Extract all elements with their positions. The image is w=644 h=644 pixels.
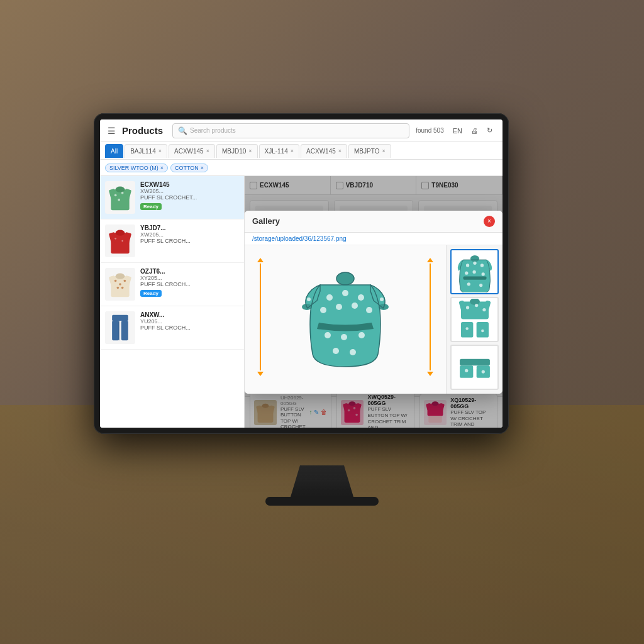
svg-point-100	[482, 308, 486, 311]
tab-close-icon[interactable]: ×	[206, 148, 209, 154]
svg-point-80	[350, 349, 356, 355]
product-code: OZJT6...	[140, 268, 239, 275]
svg-point-73	[336, 304, 342, 310]
svg-rect-22	[112, 315, 128, 321]
tab-acxw145[interactable]: ACXW145 ×	[169, 144, 215, 158]
svg-point-77	[341, 334, 347, 340]
svg-point-4	[114, 194, 117, 197]
tab-close-icon[interactable]: ×	[382, 148, 385, 154]
svg-point-18	[119, 283, 121, 286]
svg-point-71	[358, 294, 364, 301]
header-actions: EN 🖨 ↻	[450, 125, 495, 136]
product-name: PUFF SL CROCH...	[140, 325, 239, 332]
tab-xjl114[interactable]: XJL-114 ×	[259, 144, 300, 158]
thumbnail-item[interactable]	[450, 297, 499, 342]
product-thumbnail	[105, 181, 135, 214]
product-info: OZJT6... XY205... PUFF SL CROCH... Ready	[140, 268, 239, 297]
thumbnail-item[interactable]	[450, 249, 499, 294]
svg-point-82	[380, 297, 384, 301]
filter-silver[interactable]: SILVER WTOO (M) ×	[105, 164, 168, 172]
product-thumbnail	[105, 268, 135, 301]
monitor-stand	[291, 465, 353, 497]
svg-point-69	[326, 294, 333, 301]
gallery-thumbnails	[446, 245, 502, 394]
gallery-overlay: Gallery × /storage/uploaded/36/123567.pn…	[245, 176, 502, 428]
list-item[interactable]: ANXW... YU205... PUFF SL CROCH...	[100, 306, 244, 350]
product-info: ANXW... YU205... PUFF SL CROCH...	[140, 311, 239, 332]
svg-point-17	[114, 280, 117, 282]
refresh-button[interactable]: ↻	[484, 125, 495, 136]
search-icon: 🔍	[178, 126, 187, 135]
svg-point-72	[320, 307, 326, 313]
screen: ☰ Products 🔍 Search products found 503 E…	[100, 119, 502, 428]
tab-close-icon[interactable]: ×	[248, 148, 252, 154]
svg-rect-23	[112, 321, 119, 340]
search-box[interactable]: 🔍 Search products	[172, 123, 409, 138]
measure-arrow-right	[427, 258, 433, 377]
svg-point-6	[118, 199, 120, 201]
filter-remove-icon[interactable]: ×	[201, 165, 204, 171]
list-item[interactable]: OZJT6... XY205... PUFF SL CROCH... Ready	[100, 263, 244, 306]
tab-all[interactable]: All	[105, 144, 123, 158]
header: ☰ Products 🔍 Search products found 503 E…	[100, 119, 502, 142]
main-content: ECXW145 XW205... PUFF SL CROCHET... Read…	[100, 176, 502, 428]
search-placeholder: Search products	[190, 127, 236, 134]
svg-point-109	[481, 370, 484, 373]
tabs-row: All BAJL114 × ACXW145 × MBJD10 ×	[100, 142, 502, 160]
product-badge: Ready	[140, 290, 162, 297]
svg-rect-91	[463, 276, 486, 279]
svg-point-76	[325, 332, 331, 338]
svg-point-93	[479, 283, 482, 286]
list-item[interactable]: YBJD7... XW205... PUFF SL CROCH...	[100, 219, 244, 263]
product-info: ECXW145 XW205... PUFF SL CROCHET... Read…	[140, 181, 239, 210]
svg-point-74	[352, 303, 358, 309]
gallery-modal: Gallery × /storage/uploaded/36/123567.pn…	[245, 211, 502, 394]
product-info: YBJD7... XW205... PUFF SL CROCH...	[140, 225, 239, 245]
monitor-base	[265, 497, 379, 506]
svg-point-78	[358, 332, 365, 338]
svg-point-1	[116, 187, 125, 192]
measure-arrow-left	[257, 258, 264, 377]
tab-close-icon[interactable]: ×	[291, 148, 294, 154]
filter-remove-icon[interactable]: ×	[160, 165, 164, 171]
tab-close-icon[interactable]: ×	[158, 148, 162, 154]
filter-cotton[interactable]: COTTON ×	[170, 164, 208, 172]
svg-point-19	[124, 280, 126, 282]
svg-point-88	[465, 271, 468, 274]
product-code: YBJD7...	[140, 225, 239, 231]
thumbnail-item[interactable]	[450, 345, 499, 390]
svg-point-85	[465, 264, 469, 267]
menu-icon[interactable]: ☰	[108, 126, 116, 136]
svg-point-103	[465, 327, 468, 330]
svg-rect-24	[121, 321, 128, 340]
svg-point-104	[481, 329, 484, 331]
product-id: XW205...	[140, 231, 239, 238]
gallery-path: /storage/uploaded/36/123567.png	[245, 233, 502, 245]
tab-mbjpto[interactable]: MBJPTO ×	[348, 144, 391, 158]
svg-point-99	[475, 303, 478, 306]
gallery-main-image	[245, 245, 446, 394]
product-name: PUFF SL CROCHET...	[140, 194, 239, 202]
tab-mbjd10[interactable]: MBJD10 ×	[216, 144, 258, 158]
tab-bajl114[interactable]: BAJL114 ×	[125, 144, 167, 158]
filter-row: SILVER WTOO (M) × COTTON ×	[100, 160, 502, 176]
product-code: ECXW145	[140, 181, 239, 188]
svg-point-87	[480, 264, 483, 267]
product-id: YU205...	[140, 318, 239, 325]
svg-point-75	[366, 307, 372, 313]
svg-point-21	[121, 287, 124, 289]
lang-button[interactable]: EN	[450, 126, 465, 136]
svg-point-70	[342, 290, 348, 296]
product-thumbnail	[105, 225, 135, 257]
found-count: found 503	[416, 127, 444, 134]
monitor: ☰ Products 🔍 Search products found 503 E…	[94, 113, 509, 434]
svg-point-108	[465, 369, 468, 372]
tab-close-icon[interactable]: ×	[338, 148, 341, 154]
gallery-close-button[interactable]: ×	[484, 216, 495, 227]
product-badge: Ready	[140, 203, 162, 210]
tab-acxw145b[interactable]: ACXW145 ×	[301, 144, 347, 158]
list-item[interactable]: ECXW145 XW205... PUFF SL CROCHET... Read…	[100, 176, 244, 219]
product-code: ANXW...	[140, 311, 239, 318]
right-panel: ECXW145 VBJD710 T9NE030	[245, 176, 502, 428]
print-button[interactable]: 🖨	[469, 126, 480, 136]
